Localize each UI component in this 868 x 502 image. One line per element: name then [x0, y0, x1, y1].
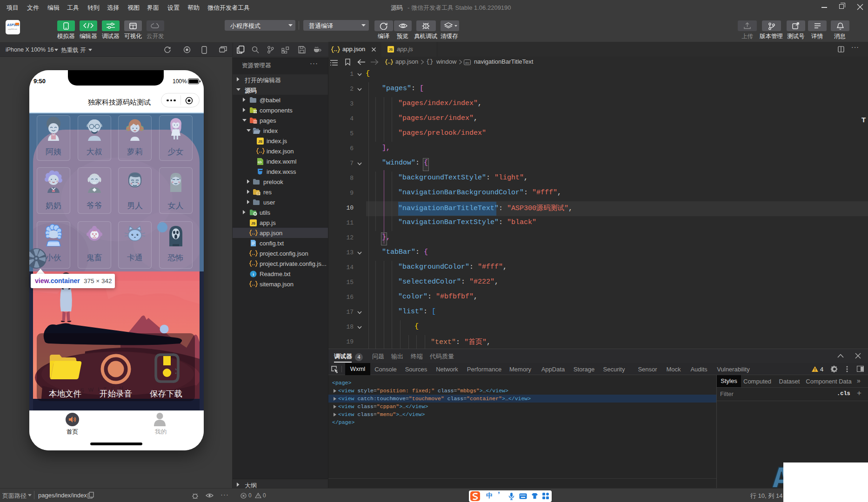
- svg-text:JS: JS: [251, 221, 255, 225]
- svg-text:<>: <>: [254, 120, 257, 124]
- svg-text:JS: JS: [258, 139, 262, 144]
- svg-text:JS: JS: [389, 48, 393, 51]
- svg-text:abc: abc: [465, 61, 470, 64]
